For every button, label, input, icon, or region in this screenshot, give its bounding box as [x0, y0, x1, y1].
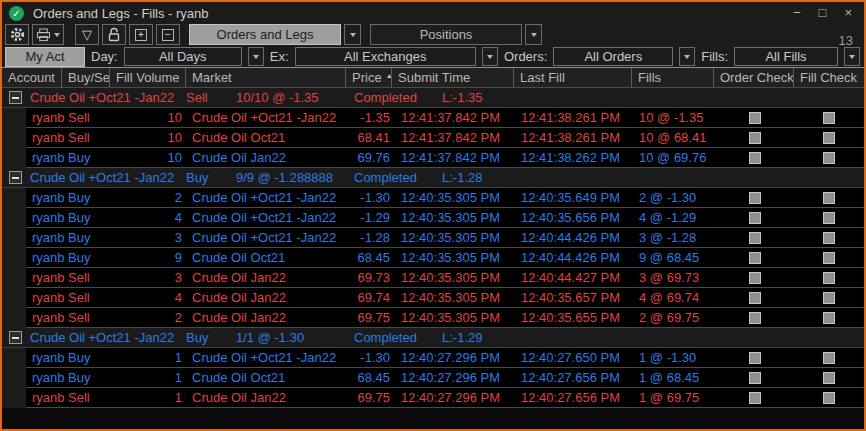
fill-check-checkbox[interactable] — [823, 292, 835, 304]
order-row[interactable]: ryanbBuy4Crude Oil +Oct21 -Jan22-1.2912:… — [2, 208, 864, 228]
fill-check-checkbox[interactable] — [823, 392, 835, 404]
fill-check-checkbox[interactable] — [823, 272, 835, 284]
positions-toggle[interactable]: Positions — [370, 24, 522, 45]
order-row[interactable]: ryanbSell10Crude Oil +Oct21 -Jan22-1.351… — [2, 108, 864, 128]
order-row-cells: ryanbSell10Crude Oil Oct2168.4112:41:37.… — [26, 128, 864, 148]
column-header-fill-check[interactable]: Fill Check — [794, 68, 864, 87]
orders-and-legs-toggle[interactable]: Orders and Legs — [189, 24, 341, 45]
group-market: Crude Oil +Oct21 -Jan22 — [26, 170, 182, 185]
fill-check-checkbox[interactable] — [823, 112, 835, 124]
column-header-price[interactable]: Price▲ — [346, 68, 392, 87]
print-button[interactable] — [32, 24, 64, 45]
order-check-checkbox[interactable] — [749, 212, 761, 224]
order-row[interactable]: ryanbSell2Crude Oil Jan2269.7512:40:35.3… — [2, 308, 864, 328]
order-row[interactable]: ryanbSell4Crude Oil Jan2269.7412:40:35.3… — [2, 288, 864, 308]
group-side: Buy — [182, 170, 232, 185]
collapse-group-button[interactable] — [9, 91, 22, 104]
column-header-account[interactable]: Account — [2, 68, 62, 87]
expand-all-button[interactable]: + — [129, 24, 153, 45]
column-header-fill-volume[interactable]: Fill Volume — [110, 68, 186, 87]
my-act-button[interactable]: My Act — [5, 47, 85, 67]
row-gutter — [2, 208, 26, 228]
orders-and-legs-dropdown[interactable] — [344, 24, 361, 45]
order-row-cells: ryanbSell2Crude Oil Jan2269.7512:40:35.3… — [26, 308, 864, 328]
order-row-cells: ryanbBuy3Crude Oil +Oct21 -Jan22-1.2812:… — [26, 228, 864, 248]
orders-filter-select[interactable]: All Orders — [553, 47, 673, 66]
fill-check-checkbox[interactable] — [823, 252, 835, 264]
title-bar: ✓ Orders and Legs - Fills - ryanb − □ × — [2, 2, 864, 22]
order-row[interactable]: ryanbSell1Crude Oil Jan2269.7512:40:27.2… — [2, 388, 864, 408]
order-check-checkbox[interactable] — [749, 392, 761, 404]
minimize-button[interactable]: − — [793, 6, 801, 20]
column-header-market[interactable]: Market — [186, 68, 346, 87]
cell-price: 69.76 — [346, 150, 392, 165]
exchange-filter-select[interactable]: All Exchanges — [295, 47, 476, 66]
fill-check-checkbox[interactable] — [823, 212, 835, 224]
lock-button[interactable] — [102, 24, 126, 45]
cell-account: ryanb — [26, 310, 66, 325]
filter-button[interactable]: ▽ — [75, 24, 99, 45]
orders-filter-dropdown[interactable] — [679, 47, 695, 66]
fills-filter-dropdown[interactable] — [844, 47, 860, 66]
order-row[interactable]: ryanbBuy2Crude Oil +Oct21 -Jan22-1.3012:… — [2, 188, 864, 208]
order-check-checkbox[interactable] — [749, 292, 761, 304]
exchange-filter-dropdown[interactable] — [482, 47, 498, 66]
order-group-header[interactable]: Crude Oil +Oct21 -Jan22Buy9/9 @ -1.28888… — [2, 168, 864, 188]
fill-check-checkbox[interactable] — [823, 232, 835, 244]
fill-check-checkbox[interactable] — [823, 132, 835, 144]
fills-filter-select[interactable]: All Fills — [734, 47, 838, 66]
order-group-header[interactable]: Crude Oil +Oct21 -Jan22Buy1/1 @ -1.30Com… — [2, 328, 864, 348]
group-fill-summary: 10/10 @ -1.35 — [232, 90, 350, 105]
order-check-checkbox[interactable] — [749, 352, 761, 364]
column-header-label: Fill Check — [800, 70, 857, 85]
cell-account: ryanb — [26, 210, 66, 225]
positions-dropdown[interactable] — [525, 24, 542, 45]
order-row[interactable]: ryanbBuy10Crude Oil Jan2269.7612:41:37.8… — [2, 148, 864, 168]
order-check-checkbox[interactable] — [749, 232, 761, 244]
order-check-checkbox[interactable] — [749, 272, 761, 284]
cell-account: ryanb — [26, 370, 66, 385]
order-check-checkbox[interactable] — [749, 252, 761, 264]
order-check-checkbox[interactable] — [749, 132, 761, 144]
fill-check-checkbox[interactable] — [823, 372, 835, 384]
fill-check-checkbox[interactable] — [823, 192, 835, 204]
order-check-checkbox[interactable] — [749, 152, 761, 164]
cell-fill-volume: 10 — [110, 150, 186, 165]
order-check-checkbox[interactable] — [749, 372, 761, 384]
column-header-fills[interactable]: Fills — [632, 68, 714, 87]
column-header-label: Order Check — [720, 70, 794, 85]
cell-submit-time: 12:41:37.842 PM — [392, 150, 514, 165]
column-header-order-check[interactable]: Order Check — [714, 68, 794, 87]
cell-fill-volume: 4 — [110, 290, 186, 305]
order-row[interactable]: ryanbBuy1Crude Oil Oct2168.4512:40:27.29… — [2, 368, 864, 388]
collapse-all-button[interactable]: − — [156, 24, 180, 45]
order-check-checkbox[interactable] — [749, 192, 761, 204]
order-check-checkbox[interactable] — [749, 112, 761, 124]
maximize-button[interactable]: □ — [819, 6, 827, 20]
day-filter-select[interactable]: All Days — [124, 47, 242, 66]
fill-check-checkbox[interactable] — [823, 312, 835, 324]
settings-button[interactable] — [5, 24, 29, 45]
order-group-header[interactable]: Crude Oil +Oct21 -Jan22Sell10/10 @ -1.35… — [2, 88, 864, 108]
cell-submit-time: 12:40:27.296 PM — [392, 370, 514, 385]
cell-account: ryanb — [26, 130, 66, 145]
fill-check-checkbox[interactable] — [823, 352, 835, 364]
cell-account: ryanb — [26, 270, 66, 285]
cell-last-fill: 12:40:27.656 PM — [514, 370, 632, 385]
collapse-group-button[interactable] — [9, 331, 22, 344]
close-button[interactable]: × — [844, 6, 852, 20]
column-header-last-fill[interactable]: Last Fill — [514, 68, 632, 87]
cell-price: 69.75 — [346, 390, 392, 405]
order-row[interactable]: ryanbBuy3Crude Oil +Oct21 -Jan22-1.2812:… — [2, 228, 864, 248]
collapse-group-button[interactable] — [9, 171, 22, 184]
cell-buy-sell: Buy — [66, 230, 110, 245]
order-row[interactable]: ryanbSell10Crude Oil Oct2168.4112:41:37.… — [2, 128, 864, 148]
fill-check-checkbox[interactable] — [823, 152, 835, 164]
order-row[interactable]: ryanbSell3Crude Oil Jan2269.7312:40:35.3… — [2, 268, 864, 288]
order-row[interactable]: ryanbBuy9Crude Oil Oct2168.4512:40:35.30… — [2, 248, 864, 268]
column-header-buy-se[interactable]: Buy/Se — [62, 68, 110, 87]
column-header-submit-time[interactable]: Submit Time — [392, 68, 514, 87]
day-filter-dropdown[interactable] — [248, 47, 264, 66]
order-check-checkbox[interactable] — [749, 312, 761, 324]
order-row[interactable]: ryanbBuy1Crude Oil +Oct21 -Jan22-1.3012:… — [2, 348, 864, 368]
